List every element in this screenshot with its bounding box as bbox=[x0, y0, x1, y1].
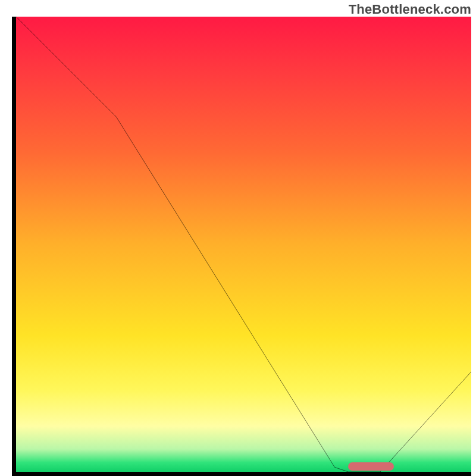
chart-frame: TheBottleneck.com bbox=[0, 0, 476, 476]
optimal-range-marker bbox=[348, 462, 394, 471]
bottleneck-curve bbox=[16, 17, 471, 472]
plot-area bbox=[12, 17, 471, 476]
attribution-text: TheBottleneck.com bbox=[349, 2, 471, 17]
